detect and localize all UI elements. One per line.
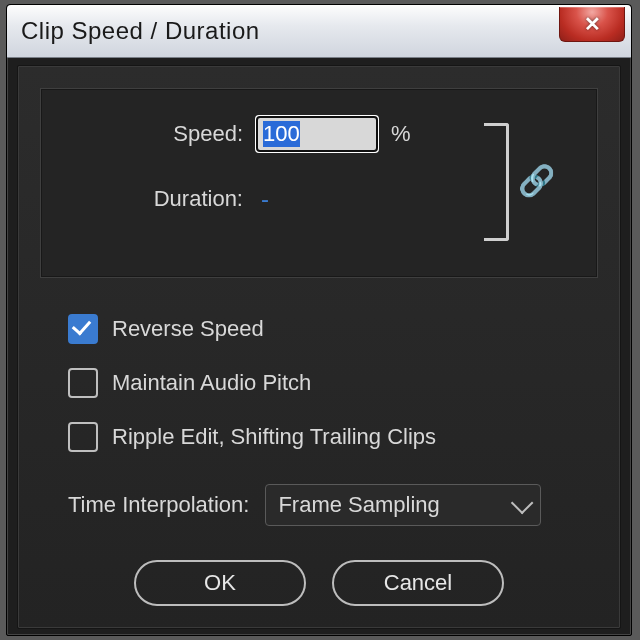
duration-label: Duration: bbox=[67, 186, 257, 212]
dialog-button-row: OK Cancel bbox=[40, 560, 598, 606]
maintain-pitch-row: Maintain Audio Pitch bbox=[68, 368, 598, 398]
close-button[interactable]: ✕ bbox=[559, 7, 625, 42]
ripple-edit-label[interactable]: Ripple Edit, Shifting Trailing Clips bbox=[112, 424, 436, 450]
duration-value[interactable]: - bbox=[257, 185, 269, 213]
ripple-edit-row: Ripple Edit, Shifting Trailing Clips bbox=[68, 422, 598, 452]
link-bracket bbox=[484, 123, 509, 241]
link-icon[interactable]: 🔗 bbox=[518, 163, 555, 198]
speed-unit: % bbox=[391, 121, 411, 147]
time-interpolation-label: Time Interpolation: bbox=[68, 492, 249, 518]
chevron-down-icon bbox=[511, 492, 534, 515]
time-interpolation-select[interactable]: Frame Sampling bbox=[265, 484, 541, 526]
close-icon: ✕ bbox=[584, 14, 601, 34]
maintain-pitch-checkbox[interactable] bbox=[68, 368, 98, 398]
title-bar[interactable]: Clip Speed / Duration ✕ bbox=[7, 5, 631, 58]
dialog-body: Speed: % Duration: - 🔗 Reverse Speed Mai… bbox=[17, 65, 621, 629]
time-interpolation-row: Time Interpolation: Frame Sampling bbox=[68, 484, 598, 526]
ripple-edit-checkbox[interactable] bbox=[68, 422, 98, 452]
reverse-speed-row: Reverse Speed bbox=[68, 314, 598, 344]
maintain-pitch-label[interactable]: Maintain Audio Pitch bbox=[112, 370, 311, 396]
cancel-button[interactable]: Cancel bbox=[332, 560, 504, 606]
window-title: Clip Speed / Duration bbox=[7, 17, 260, 45]
ok-button[interactable]: OK bbox=[134, 560, 306, 606]
speed-duration-group: Speed: % Duration: - 🔗 bbox=[40, 88, 598, 278]
reverse-speed-checkbox[interactable] bbox=[68, 314, 98, 344]
reverse-speed-label[interactable]: Reverse Speed bbox=[112, 316, 264, 342]
time-interpolation-value: Frame Sampling bbox=[278, 492, 439, 518]
speed-input[interactable] bbox=[257, 117, 377, 151]
speed-label: Speed: bbox=[67, 121, 257, 147]
dialog-window: Clip Speed / Duration ✕ Speed: % Duratio… bbox=[6, 4, 632, 636]
